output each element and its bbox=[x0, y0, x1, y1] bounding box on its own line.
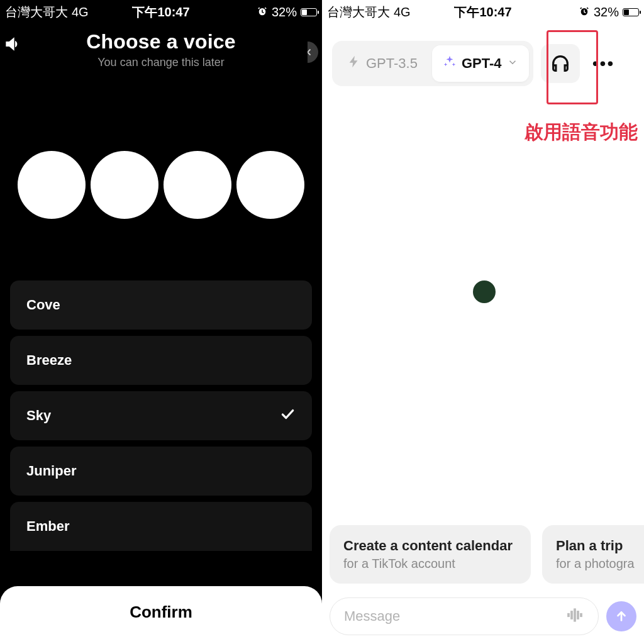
send-button[interactable] bbox=[606, 601, 636, 631]
alarm-icon bbox=[579, 6, 590, 18]
alarm-icon bbox=[257, 6, 268, 18]
suggestion-sub: for a photogra bbox=[556, 557, 644, 571]
voice-mode-button[interactable] bbox=[541, 44, 580, 83]
orb bbox=[164, 151, 231, 219]
network-label: 4G bbox=[72, 5, 89, 19]
svg-rect-4 bbox=[580, 614, 582, 617]
page-title: Choose a voice bbox=[0, 30, 322, 53]
speaker-button[interactable] bbox=[0, 31, 25, 57]
svg-rect-1 bbox=[571, 611, 573, 619]
orb bbox=[18, 151, 86, 219]
voice-option-ember[interactable]: Ember bbox=[10, 502, 312, 551]
svg-rect-2 bbox=[574, 609, 576, 621]
svg-rect-0 bbox=[568, 614, 570, 617]
svg-rect-3 bbox=[577, 611, 579, 619]
suggestion-row: Create a content calendar for a TikTok a… bbox=[330, 525, 644, 584]
voice-list: Cove Breeze Sky Juniper Ember bbox=[0, 280, 322, 551]
model-label: GPT-4 bbox=[462, 55, 502, 72]
battery-percent: 32% bbox=[594, 5, 619, 19]
voice-label: Ember bbox=[26, 518, 69, 535]
model-gpt4[interactable]: GPT-4 bbox=[431, 45, 530, 82]
bolt-icon bbox=[347, 55, 361, 72]
status-bar: 台灣大哥大 4G 下午10:47 32% bbox=[322, 0, 644, 24]
status-bar: 台灣大哥大 4G 下午10:47 32% bbox=[0, 0, 322, 24]
voice-option-breeze[interactable]: Breeze bbox=[10, 336, 312, 385]
suggestion-sub: for a TikTok account bbox=[343, 557, 517, 571]
voice-selection-screen: 台灣大哥大 4G 下午10:47 32% Choose a voice You … bbox=[0, 0, 322, 644]
voice-label: Juniper bbox=[26, 463, 76, 479]
suggestion-title: Create a content calendar bbox=[343, 538, 517, 554]
carrier-label: 台灣大哥大 bbox=[5, 4, 68, 21]
carrier-label: 台灣大哥大 bbox=[327, 4, 390, 21]
chat-screen: 台灣大哥大 4G 下午10:47 32% GPT-3.5 GPT-4 bbox=[322, 0, 644, 644]
voice-option-sky[interactable]: Sky bbox=[10, 391, 312, 440]
voice-label: Breeze bbox=[26, 352, 72, 369]
waveform-icon[interactable] bbox=[565, 606, 584, 627]
orb bbox=[236, 151, 304, 219]
battery-icon bbox=[301, 8, 317, 16]
battery-icon bbox=[623, 8, 639, 16]
orb bbox=[91, 151, 158, 219]
voice-label: Sky bbox=[26, 408, 51, 424]
voice-option-cove[interactable]: Cove bbox=[10, 280, 312, 330]
confirm-button[interactable]: Confirm bbox=[0, 586, 322, 644]
message-input[interactable]: Message bbox=[330, 597, 599, 635]
model-gpt35[interactable]: GPT-3.5 bbox=[336, 45, 429, 82]
voice-option-juniper[interactable]: Juniper bbox=[10, 447, 312, 496]
message-input-bar: Message bbox=[330, 594, 636, 639]
more-button[interactable]: ••• bbox=[587, 44, 620, 83]
suggestion-card[interactable]: Create a content calendar for a TikTok a… bbox=[330, 525, 531, 584]
checkmark-icon bbox=[279, 406, 296, 426]
message-placeholder: Message bbox=[344, 608, 565, 625]
annotation-label: 啟用語音功能 bbox=[525, 119, 638, 145]
sparkle-icon bbox=[443, 55, 457, 72]
model-switcher: GPT-3.5 GPT-4 ••• bbox=[322, 24, 644, 93]
confirm-label: Confirm bbox=[130, 602, 192, 622]
voice-visualizer bbox=[0, 151, 322, 219]
network-label: 4G bbox=[394, 5, 411, 19]
chevron-down-icon bbox=[507, 55, 518, 72]
voice-label: Cove bbox=[26, 297, 60, 313]
page-subtitle: You can change this later bbox=[0, 56, 322, 69]
assistant-avatar bbox=[473, 280, 496, 303]
model-label: GPT-3.5 bbox=[366, 55, 418, 72]
suggestion-card[interactable]: Plan a trip for a photogra bbox=[542, 525, 644, 584]
battery-percent: 32% bbox=[272, 5, 297, 19]
suggestion-title: Plan a trip bbox=[556, 538, 644, 554]
